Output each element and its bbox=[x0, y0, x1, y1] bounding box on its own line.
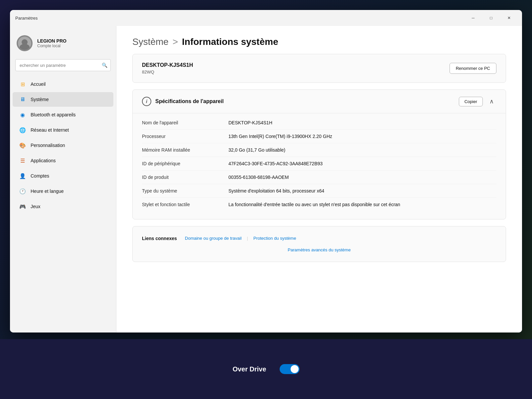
spec-row-product-id: ID de produit 00355-61308-68198-AAOEM bbox=[142, 171, 496, 184]
pc-model: 82WQ bbox=[142, 69, 193, 74]
comptes-icon: 👤 bbox=[19, 173, 26, 179]
info-icon: i bbox=[142, 97, 151, 106]
spec-row-processor: Processeur 13th Gen Intel(R) Core(TM) i9… bbox=[142, 130, 496, 143]
user-name: LEGION PRO bbox=[37, 38, 109, 44]
copy-button[interactable]: Copier bbox=[459, 97, 483, 106]
links-section: Liens connexes Domaine ou groupe de trav… bbox=[132, 226, 506, 262]
sidebar: LEGION PRO Compte local 🔍 ⊞ Accueil 🖥 Sy… bbox=[10, 26, 116, 332]
avatar-image bbox=[18, 37, 31, 50]
spec-row-ram: Mémoire RAM installée 32,0 Go (31,7 Go u… bbox=[142, 143, 496, 157]
breadcrumb-parent[interactable]: Système bbox=[132, 37, 169, 47]
content-area: DESKTOP-KJS4S1H 82WQ Renommer ce PC i Sp… bbox=[116, 54, 522, 275]
spec-label-4: ID de produit bbox=[142, 175, 228, 180]
links-label: Liens connexes bbox=[142, 236, 177, 241]
window-body: LEGION PRO Compte local 🔍 ⊞ Accueil 🖥 Sy… bbox=[10, 26, 522, 332]
accueil-icon: ⊞ bbox=[19, 81, 26, 87]
sidebar-item-jeux[interactable]: 🎮 Jeux bbox=[13, 199, 113, 214]
spec-value-0: DESKTOP-KJS4S1H bbox=[228, 120, 496, 125]
reseau-icon: 🌐 bbox=[19, 127, 26, 133]
sidebar-label-reseau: Réseau et Internet bbox=[31, 127, 69, 133]
search-input[interactable] bbox=[15, 59, 111, 71]
spec-label-1: Processeur bbox=[142, 134, 228, 139]
rename-pc-button[interactable]: Renommer ce PC bbox=[450, 63, 496, 74]
user-info: LEGION PRO Compte local bbox=[37, 38, 109, 48]
spec-value-3: 47F264C3-30FE-4735-AC92-3AA848E72B93 bbox=[228, 161, 496, 166]
spec-label-0: Nom de l'appareil bbox=[142, 120, 228, 125]
sidebar-label-comptes: Comptes bbox=[31, 173, 49, 179]
heure-icon: 🕐 bbox=[19, 188, 26, 195]
main-content: Système > Informations système DESKTOP-K… bbox=[116, 26, 522, 332]
breadcrumb-separator: > bbox=[173, 37, 178, 47]
breadcrumb-current: Informations système bbox=[182, 37, 278, 47]
sidebar-label-applications: Applications bbox=[31, 158, 56, 163]
link-separator: | bbox=[247, 236, 248, 241]
specs-section: i Spécifications de l'appareil Copier ∧ … bbox=[132, 89, 506, 219]
overdrive-label: Over Drive bbox=[232, 365, 266, 373]
breadcrumb-bar: Système > Informations système bbox=[116, 26, 522, 54]
spec-row-stylus: Stylet et fonction tactile La fonctionna… bbox=[142, 198, 496, 211]
links-row: Liens connexes Domaine ou groupe de trav… bbox=[142, 234, 496, 242]
window-controls: ─ □ ✕ bbox=[466, 13, 517, 23]
personnalisation-icon: 🎨 bbox=[19, 142, 26, 149]
sidebar-label-personnalisation: Personnalisation bbox=[31, 143, 65, 148]
toggle-knob bbox=[291, 365, 299, 373]
bluetooth-icon: ◉ bbox=[19, 111, 26, 118]
minimize-button[interactable]: ─ bbox=[466, 13, 481, 23]
spec-row-device-id: ID de périphérique 47F264C3-30FE-4735-AC… bbox=[142, 157, 496, 171]
sidebar-item-accueil[interactable]: ⊞ Accueil bbox=[13, 77, 113, 91]
user-subtitle: Compte local bbox=[37, 44, 109, 48]
sidebar-label-accueil: Accueil bbox=[31, 81, 46, 87]
pc-name: DESKTOP-KJS4S1H bbox=[142, 62, 193, 68]
avatar bbox=[17, 35, 33, 51]
window-title: Paramètres bbox=[15, 16, 466, 21]
spec-value-5: Système d'exploitation 64 bits, processe… bbox=[228, 188, 496, 194]
spec-label-6: Stylet et fonction tactile bbox=[142, 202, 228, 207]
title-bar: Paramètres ─ □ ✕ bbox=[10, 10, 522, 26]
sidebar-item-personnalisation[interactable]: 🎨 Personnalisation bbox=[13, 138, 113, 153]
sidebar-item-bluetooth[interactable]: ◉ Bluetooth et appareils bbox=[13, 107, 113, 122]
spec-value-2: 32,0 Go (31,7 Go utilisable) bbox=[228, 147, 496, 153]
spec-row-system-type: Type du système Système d'exploitation 6… bbox=[142, 184, 496, 198]
pc-identity: DESKTOP-KJS4S1H 82WQ bbox=[142, 62, 193, 74]
search-box: 🔍 bbox=[15, 59, 111, 71]
domain-link[interactable]: Domaine ou groupe de travail bbox=[182, 234, 244, 242]
specs-header: i Spécifications de l'appareil Copier ∧ bbox=[133, 90, 506, 113]
breadcrumb: Système > Informations système bbox=[132, 37, 506, 47]
search-icon: 🔍 bbox=[102, 63, 107, 68]
sidebar-label-systeme: Système bbox=[31, 97, 49, 102]
advanced-link[interactable]: Paramètres avancés du système bbox=[285, 246, 353, 254]
sidebar-item-heure[interactable]: 🕐 Heure et langue bbox=[13, 184, 113, 199]
sidebar-label-jeux: Jeux bbox=[31, 204, 41, 209]
user-section: LEGION PRO Compte local bbox=[10, 30, 116, 58]
bottom-bar: Over Drive bbox=[0, 339, 532, 399]
specs-header-right: Copier ∧ bbox=[459, 96, 496, 106]
links-row2: Paramètres avancés du système bbox=[142, 246, 496, 254]
specs-body: Nom de l'appareil DESKTOP-KJS4S1H Proces… bbox=[133, 113, 506, 219]
close-button[interactable]: ✕ bbox=[501, 13, 517, 23]
settings-window: Paramètres ─ □ ✕ LEGION PRO Compte local bbox=[10, 10, 522, 332]
applications-icon: ☰ bbox=[19, 157, 26, 164]
spec-value-6: La fonctionnalité d'entrée tactile ou av… bbox=[228, 202, 496, 207]
sidebar-item-comptes[interactable]: 👤 Comptes bbox=[13, 169, 113, 183]
collapse-button[interactable]: ∧ bbox=[487, 96, 496, 106]
spec-value-4: 00355-61308-68198-AAOEM bbox=[228, 175, 496, 180]
sidebar-label-heure: Heure et langue bbox=[31, 189, 64, 194]
sidebar-item-reseau[interactable]: 🌐 Réseau et Internet bbox=[13, 123, 113, 137]
sidebar-label-bluetooth: Bluetooth et appareils bbox=[31, 112, 75, 117]
spec-label-2: Mémoire RAM installée bbox=[142, 147, 228, 153]
spec-label-5: Type du système bbox=[142, 188, 228, 194]
protection-link[interactable]: Protection du système bbox=[251, 234, 299, 242]
sidebar-item-applications[interactable]: ☰ Applications bbox=[13, 153, 113, 168]
spec-value-1: 13th Gen Intel(R) Core(TM) i9-13900HX 2.… bbox=[228, 134, 496, 139]
spec-label-3: ID de périphérique bbox=[142, 161, 228, 166]
maximize-button[interactable]: □ bbox=[483, 13, 499, 23]
sidebar-item-systeme[interactable]: 🖥 Système bbox=[13, 92, 113, 107]
pc-info-card: DESKTOP-KJS4S1H 82WQ Renommer ce PC bbox=[132, 54, 506, 83]
systeme-icon: 🖥 bbox=[19, 96, 26, 103]
specs-title: Spécifications de l'appareil bbox=[155, 98, 224, 104]
overdrive-toggle[interactable] bbox=[280, 364, 300, 374]
jeux-icon: 🎮 bbox=[19, 203, 26, 210]
specs-header-left: i Spécifications de l'appareil bbox=[142, 97, 224, 106]
spec-row-device-name: Nom de l'appareil DESKTOP-KJS4S1H bbox=[142, 116, 496, 130]
